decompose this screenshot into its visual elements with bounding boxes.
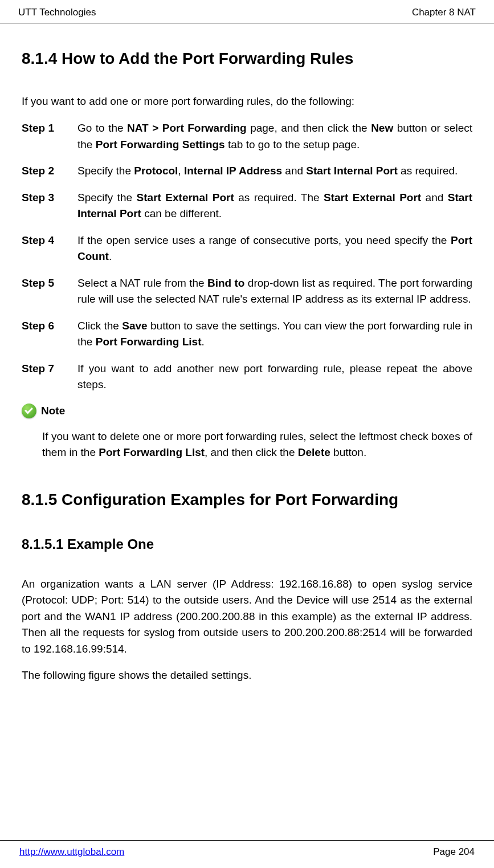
step-text: Go to the NAT > Port Forwarding page, an… (77, 120, 472, 153)
header-left: UTT Technologies (18, 7, 96, 18)
step-4: Step 4 If the open service uses a range … (22, 233, 472, 265)
step-text: Specify the Start External Port as requi… (77, 190, 472, 222)
page-header: UTT Technologies Chapter 8 NAT (0, 0, 494, 23)
step-text: Click the Save button to save the settin… (77, 318, 472, 351)
example-paragraph-1: An organization wants a LAN server (IP A… (22, 576, 472, 658)
note-text: If you want to delete one or more port f… (22, 429, 472, 461)
step-1: Step 1 Go to the NAT > Port Forwarding p… (22, 120, 472, 153)
step-6: Step 6 Click the Save button to save the… (22, 318, 472, 351)
step-text: If you want to add another new port forw… (77, 361, 472, 393)
section-heading-815: 8.1.5 Configuration Examples for Port Fo… (22, 491, 472, 509)
example-paragraph-2: The following figure shows the detailed … (22, 667, 472, 684)
check-icon (22, 404, 36, 418)
header-right: Chapter 8 NAT (412, 7, 476, 18)
step-label: Step 4 (22, 233, 77, 265)
step-text: If the open service uses a range of cons… (77, 233, 472, 265)
step-2: Step 2 Specify the Protocol, Internal IP… (22, 163, 472, 180)
subsection-heading-8151: 8.1.5.1 Example One (22, 536, 472, 552)
step-label: Step 3 (22, 190, 77, 222)
step-label: Step 6 (22, 318, 77, 351)
step-text: Select a NAT rule from the Bind to drop-… (77, 275, 472, 308)
step-label: Step 2 (22, 163, 77, 180)
step-text: Specify the Protocol, Internal IP Addres… (77, 163, 472, 180)
section-heading-814: 8.1.4 How to Add the Port Forwarding Rul… (22, 50, 472, 68)
note-header: Note (22, 404, 472, 418)
note-label: Note (41, 405, 65, 417)
page-footer: http://www.uttglobal.com Page 204 (0, 840, 494, 868)
page-number: Page 204 (433, 846, 475, 858)
step-label: Step 5 (22, 275, 77, 308)
step-label: Step 1 (22, 120, 77, 153)
intro-text: If you want to add one or more port forw… (22, 95, 472, 108)
step-3: Step 3 Specify the Start External Port a… (22, 190, 472, 222)
note-box: Note If you want to delete one or more p… (22, 404, 472, 461)
step-5: Step 5 Select a NAT rule from the Bind t… (22, 275, 472, 308)
page-content: 8.1.4 How to Add the Port Forwarding Rul… (0, 23, 494, 684)
footer-link[interactable]: http://www.uttglobal.com (19, 846, 124, 858)
step-7: Step 7 If you want to add another new po… (22, 361, 472, 393)
step-label: Step 7 (22, 361, 77, 393)
